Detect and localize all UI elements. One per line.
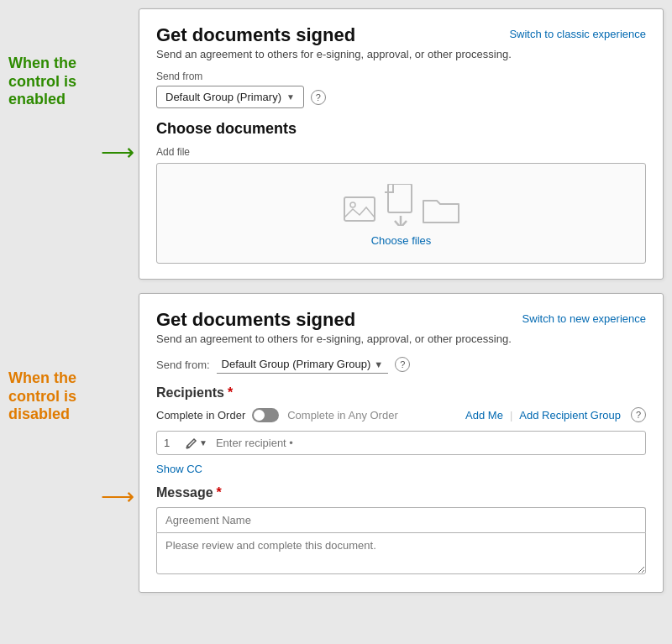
disabled-label: When thecontrol isdisabled [8, 369, 134, 424]
recipients-title: Recipients* [156, 385, 646, 401]
panel1-title: Get documents signed [156, 24, 355, 46]
choose-docs-title: Choose documents [156, 120, 646, 138]
complete-any-order-label: Complete in Any Order [287, 409, 398, 421]
help-icon-1[interactable]: ? [311, 90, 326, 105]
send-from-label-2: Send from: [156, 359, 210, 371]
panel-enabled: Get documents signed Switch to classic e… [139, 8, 664, 280]
send-from-label-1: Send from [156, 71, 646, 82]
panel2-header: Get documents signed Switch to new exper… [156, 309, 646, 331]
svg-rect-0 [344, 197, 375, 221]
chevron-down-icon-2: ▼ [374, 359, 383, 369]
pen-icon-btn[interactable]: ▼ [182, 437, 211, 449]
divider: | [510, 409, 512, 421]
enabled-arrow: ⟶ [101, 139, 134, 166]
recipient-input[interactable] [216, 437, 638, 449]
panel1-subtitle: Send an agreement to others for e-signin… [156, 48, 646, 60]
panel1-header: Get documents signed Switch to classic e… [156, 24, 646, 46]
message-textarea[interactable] [156, 532, 646, 574]
svg-rect-2 [388, 184, 412, 212]
panel2-subtitle: Send an agreement to others for e-signin… [156, 332, 646, 345]
image-file-icon [343, 194, 380, 226]
send-from-value-2: Default Group (Primary Group) [222, 358, 371, 370]
show-cc-link[interactable]: Show CC [156, 463, 202, 475]
choose-files-link[interactable]: Choose files [371, 234, 432, 247]
complete-order-label: Complete in Order [156, 409, 245, 421]
send-from-row-2: Send from: Default Group (Primary Group)… [156, 355, 646, 374]
chevron-down-icon: ▼ [286, 92, 295, 102]
svg-line-5 [186, 448, 189, 448]
send-from-value-1: Default Group (Primary) [165, 91, 281, 103]
help-icon-3[interactable]: ? [631, 407, 646, 422]
send-from-wrapper-1: Default Group (Primary) ▼ ? [156, 86, 646, 108]
folder-icon [422, 194, 460, 226]
help-icon-2[interactable]: ? [395, 357, 410, 372]
panel-container: Get documents signed Switch to classic e… [139, 8, 664, 593]
switch-new-link[interactable]: Switch to new experience [522, 312, 646, 325]
recipient-number: 1 [164, 437, 177, 449]
panel2-title: Get documents signed [156, 309, 355, 331]
panel-disabled: Get documents signed Switch to new exper… [139, 293, 664, 593]
message-title: Message* [156, 485, 646, 500]
add-file-label: Add file [156, 146, 646, 158]
file-drop-zone[interactable]: Choose files [156, 163, 646, 264]
svg-point-1 [350, 202, 355, 207]
pen-icon [186, 437, 197, 449]
add-me-link[interactable]: Add Me [465, 409, 503, 421]
agreement-name-input[interactable] [156, 507, 646, 532]
send-from-select-2[interactable]: Default Group (Primary Group) ▼ [217, 355, 389, 374]
add-recipient-group-link[interactable]: Add Recipient Group [519, 409, 621, 421]
complete-order-row: Complete in Order Complete in Any Order … [156, 407, 646, 422]
recipient-row: 1 ▼ [156, 431, 646, 455]
send-from-select-1[interactable]: Default Group (Primary) ▼ [156, 86, 304, 108]
file-icons-row [343, 184, 460, 226]
pen-chevron: ▼ [199, 438, 207, 448]
upload-icon [385, 184, 417, 226]
enabled-label: When thecontrol isenabled [8, 55, 134, 109]
switch-classic-link[interactable]: Switch to classic experience [509, 28, 646, 40]
disabled-arrow: ⟶ [101, 483, 134, 510]
page-wrapper: When thecontrol isenabled ⟶ When thecont… [8, 8, 664, 593]
complete-order-toggle[interactable] [252, 408, 279, 422]
